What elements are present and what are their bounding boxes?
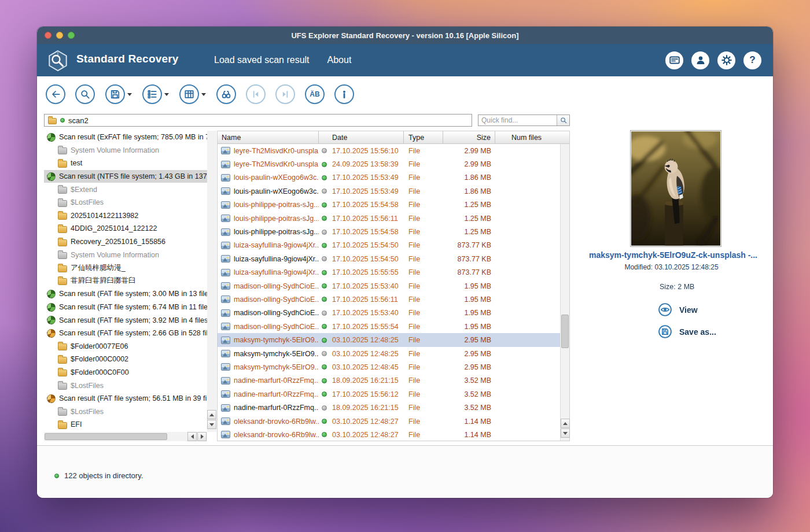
tree-item[interactable]: EFI: [44, 418, 207, 431]
file-name: nadine-marfurt-0RzzFmq...: [234, 404, 319, 412]
file-date: 17.10.2025 15:56:11: [329, 295, 404, 304]
image-file-icon: [221, 161, 230, 168]
file-row[interactable]: leyre-Th2MisvdKr0-unspla...17.10.2025 15…: [218, 144, 569, 157]
tree-item[interactable]: $Extend: [44, 183, 207, 196]
back-button[interactable]: [46, 84, 65, 104]
table-vertical-scrollbar[interactable]: [560, 144, 569, 441]
quick-find-input[interactable]: [478, 115, 557, 125]
file-row[interactable]: louis-philippe-poitras-sJg...17.10.2025 …: [218, 198, 569, 212]
view-button[interactable]: View: [658, 302, 698, 317]
find-next-button[interactable]: [275, 84, 295, 104]
menu-item-about[interactable]: About: [327, 55, 352, 65]
tree-item[interactable]: Recovery_20251016_155856: [44, 235, 207, 249]
help-button[interactable]: ?: [743, 51, 761, 69]
tree-item[interactable]: Scan result (NTFS file system; 1.43 GB i…: [44, 170, 207, 183]
file-row[interactable]: maksym-tymchyk-5ElrO9...03.10.2025 12:48…: [218, 333, 569, 346]
column-header-date[interactable]: Date: [329, 131, 404, 143]
file-row[interactable]: leyre-Th2MisvdKr0-unspla...24.09.2025 13…: [218, 157, 569, 171]
file-size: 3.52 MB: [443, 404, 495, 412]
column-header-name[interactable]: Name: [218, 131, 319, 143]
preview-filename: maksym-tymchyk-5ElrO9uZ-ck-unsplash -...: [570, 250, 773, 260]
tree-item[interactable]: 20251014122113982: [44, 209, 207, 223]
scan-search-button[interactable]: [75, 84, 95, 104]
toolbar: ÄB: [37, 76, 773, 112]
scroll-right-button[interactable]: [197, 432, 207, 441]
license-button[interactable]: [665, 51, 683, 69]
save-button[interactable]: [105, 84, 125, 104]
status-dot-green: [322, 270, 327, 275]
file-row[interactable]: nadine-marfurt-0RzzFmq...18.09.2025 16:2…: [218, 401, 569, 414]
file-row[interactable]: luiza-sayfullina-9giow4jXr...17.10.2025 …: [218, 252, 569, 265]
tree-item[interactable]: Scan result (FAT file system; 6.74 MB in…: [44, 301, 207, 314]
preview-size: Size: 2 MB: [660, 283, 694, 291]
file-row[interactable]: madison-olling-SydhCioE...17.10.2025 15:…: [218, 293, 569, 306]
find-button[interactable]: [216, 84, 236, 104]
tree-item[interactable]: $Folder000C0F00: [44, 366, 207, 379]
file-row[interactable]: nadine-marfurt-0RzzFmq...17.10.2025 15:5…: [218, 387, 569, 401]
file-name: madison-olling-SydhCioE...: [234, 309, 319, 317]
save-as-button[interactable]: Save as...: [658, 324, 716, 339]
file-name: leyre-Th2MisvdKr0-unspla...: [234, 160, 319, 168]
menu-item-load-saved-scan-result[interactable]: Load saved scan result: [214, 55, 310, 65]
file-row[interactable]: nadine-marfurt-0RzzFmq...18.09.2025 16:2…: [218, 374, 569, 387]
object-info-button[interactable]: [334, 84, 354, 104]
tree-item[interactable]: Scan result (FAT file system; 2.66 GB in…: [44, 327, 207, 340]
scroll-up-button[interactable]: [207, 410, 216, 419]
file-row[interactable]: maksym-tymchyk-5ElrO9...03.10.2025 12:48…: [218, 360, 569, 374]
tree-item[interactable]: Scan result (FAT file system; 3.00 MB in…: [44, 287, 207, 301]
table-header: Name Date Type Size Num files: [218, 131, 569, 144]
tree-item[interactable]: $LostFiles: [44, 379, 207, 392]
scrollbar-thumb[interactable]: [45, 433, 167, 440]
tree-item[interactable]: Scan result (ExFAT file system; 785.09 M…: [44, 131, 207, 144]
save-dropdown[interactable]: [125, 84, 134, 104]
column-header-dot: [319, 131, 329, 143]
file-row[interactable]: madison-olling-SydhCioE...17.10.2025 15:…: [218, 306, 569, 320]
location-bar[interactable]: scan2: [44, 114, 472, 127]
selection-dropdown[interactable]: [162, 84, 171, 104]
file-row[interactable]: maksym-tymchyk-5ElrO9...03.10.2025 12:48…: [218, 347, 569, 360]
tree-item-label: Scan result (FAT file system; 6.74 MB in…: [59, 303, 207, 311]
column-header-size[interactable]: Size: [443, 131, 495, 143]
file-size: 2.95 MB: [443, 336, 495, 344]
scroll-down-button[interactable]: [561, 428, 570, 438]
file-row[interactable]: madison-olling-SydhCioE...17.10.2025 15:…: [218, 279, 569, 293]
tree-item[interactable]: 4DDIG_20251014_122122: [44, 222, 207, 235]
tree-item[interactable]: test: [44, 157, 207, 170]
tree-item[interactable]: $LostFiles: [44, 405, 207, 418]
tree-horizontal-scrollbar[interactable]: [44, 432, 207, 441]
tree-item[interactable]: $Folder00077E06: [44, 340, 207, 353]
tree-item[interactable]: System Volume Information: [44, 248, 207, 261]
scrollbar-thumb[interactable]: [561, 315, 569, 348]
file-row[interactable]: oleksandr-brovko-6Rb9lw...03.10.2025 12:…: [218, 415, 569, 428]
tree-item[interactable]: $LostFiles: [44, 196, 207, 209]
tree-vertical-scrollbar[interactable]: [207, 131, 216, 432]
file-row[interactable]: madison-olling-SydhCioE...17.10.2025 15:…: [218, 320, 569, 333]
file-row[interactable]: louis-paulin-wXEogo6w3c...17.10.2025 15:…: [218, 184, 569, 198]
file-row[interactable]: louis-paulin-wXEogo6w3c...17.10.2025 15:…: [218, 171, 569, 184]
scroll-down-button[interactable]: [207, 420, 216, 429]
file-row[interactable]: luiza-sayfullina-9giow4jXr...17.10.2025 …: [218, 266, 569, 279]
tree-item[interactable]: 甞簈臼甞簈臼躑甞臼: [44, 275, 207, 288]
tree-item[interactable]: Scan result (FAT file system; 56.51 MB i…: [44, 392, 207, 405]
quick-find-search-button[interactable]: [557, 115, 569, 125]
settings-button[interactable]: [717, 51, 735, 69]
file-row[interactable]: luiza-sayfullina-9giow4jXr...17.10.2025 …: [218, 239, 569, 252]
charset-button[interactable]: ÄB: [305, 84, 325, 104]
file-row[interactable]: oleksandr-brovko-6Rb9lw...03.10.2025 12:…: [218, 428, 569, 441]
file-row[interactable]: louis-philippe-poitras-sJg...17.10.2025 …: [218, 225, 569, 238]
view-mode-dropdown[interactable]: [199, 84, 208, 104]
define-selection-button[interactable]: [142, 84, 162, 104]
column-header-num-files[interactable]: Num files: [495, 131, 560, 143]
tree-item[interactable]: ア仙暁梓腮幼漫_: [44, 261, 207, 275]
view-mode-button[interactable]: [179, 84, 199, 104]
file-row[interactable]: louis-philippe-poitras-sJg...17.10.2025 …: [218, 212, 569, 225]
account-button[interactable]: [691, 51, 709, 69]
tree-item[interactable]: Scan result (FAT file system; 3.92 MB in…: [44, 313, 207, 327]
tree-item[interactable]: $Folder000C0002: [44, 353, 207, 366]
scroll-left-button[interactable]: [187, 432, 197, 441]
image-file-icon: [221, 404, 230, 412]
find-previous-button[interactable]: [246, 84, 266, 104]
scroll-up-button[interactable]: [561, 419, 570, 428]
tree-item[interactable]: System Volume Information: [44, 144, 207, 157]
column-header-type[interactable]: Type: [404, 131, 443, 143]
